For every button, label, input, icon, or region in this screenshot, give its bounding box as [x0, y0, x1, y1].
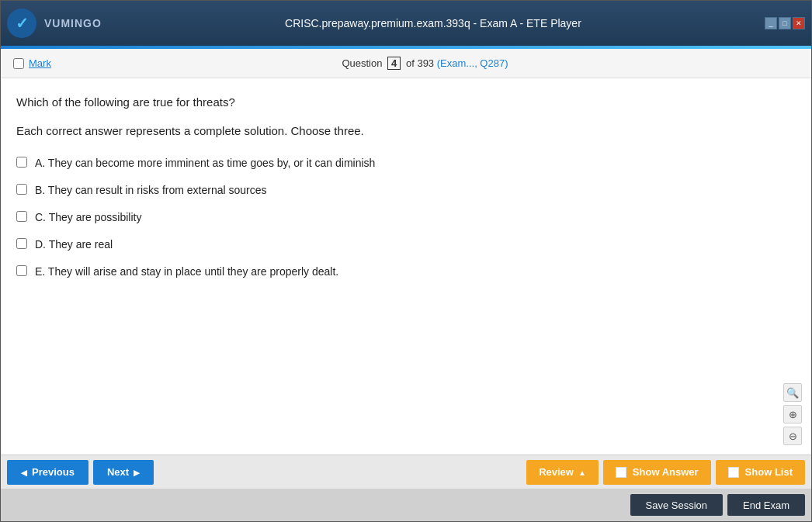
show-list-button[interactable]: Show List [716, 460, 805, 485]
end-exam-button[interactable]: End Exam [727, 494, 805, 516]
option-b-text: B. They can result in risks from externa… [35, 182, 267, 199]
answer-option-a: A. They can become more imminent as time… [16, 155, 796, 171]
current-question-number: 4 [387, 57, 401, 70]
zoom-in-button[interactable]: ⊕ [783, 405, 802, 423]
app-window: ✓ VUMINGO CRISC.prepaway.premium.exam.39… [0, 0, 812, 522]
option-d-text: D. They are real [35, 237, 113, 253]
bottom-toolbar: Previous Next Review Show Answer Show Li… [1, 455, 811, 489]
exam-ref: (Exam..., Q287) [437, 57, 508, 69]
show-answer-button[interactable]: Show Answer [603, 460, 711, 485]
mark-link[interactable]: Mark [29, 57, 51, 69]
show-answer-checkbox-icon [616, 467, 626, 478]
save-session-button[interactable]: Save Session [630, 494, 724, 516]
answer-option-e: E. They will arise and stay in place unt… [16, 264, 796, 280]
answer-option-b: B. They can result in risks from externa… [16, 182, 796, 199]
previous-label: Previous [32, 466, 75, 478]
zoom-controls: 🔍 ⊕ ⊖ [783, 383, 802, 445]
of-label: of [406, 57, 417, 69]
search-zoom-button[interactable]: 🔍 [783, 383, 802, 402]
logo-check-icon: ✓ [16, 14, 29, 33]
show-answer-label: Show Answer [633, 466, 699, 478]
question-header: Mark Question 4 of 393 (Exam..., Q287) [1, 49, 811, 78]
show-list-label: Show List [745, 466, 793, 478]
action-row: Save Session End Exam [1, 489, 811, 521]
review-label: Review [539, 466, 574, 478]
question-text: Which of the following are true for thre… [16, 94, 796, 112]
mark-checkbox[interactable] [13, 58, 24, 69]
title-bar: ✓ VUMINGO CRISC.prepaway.premium.exam.39… [1, 1, 811, 46]
checkbox-c[interactable] [16, 211, 27, 222]
previous-button[interactable]: Previous [7, 460, 88, 485]
next-label: Next [107, 466, 129, 478]
save-session-label: Save Session [646, 500, 708, 511]
maximize-button[interactable]: □ [779, 17, 791, 29]
total-questions: 393 [417, 57, 434, 69]
previous-icon [21, 466, 27, 478]
option-e-text: E. They will arise and stay in place unt… [35, 264, 338, 280]
next-button[interactable]: Next [93, 460, 154, 485]
minimize-button[interactable]: _ [765, 17, 777, 29]
close-button[interactable]: ✕ [793, 17, 805, 29]
logo-text: VUMINGO [44, 17, 102, 29]
zoom-out-button[interactable]: ⊖ [783, 427, 802, 445]
mark-container: Mark [13, 57, 51, 69]
checkbox-e[interactable] [16, 265, 27, 276]
option-c-text: C. They are possibility [35, 209, 141, 226]
question-instruction: Each correct answer represents a complet… [16, 123, 796, 140]
window-controls: _ □ ✕ [765, 17, 805, 29]
logo: ✓ [7, 9, 36, 38]
review-chevron-icon [578, 466, 586, 478]
window-title: CRISC.prepaway.premium.exam.393q - Exam … [102, 17, 765, 29]
next-icon [134, 466, 140, 478]
option-a-text: A. They can become more imminent as time… [35, 155, 375, 171]
answer-option-c: C. They are possibility [16, 209, 796, 226]
content-area: Which of the following are true for thre… [1, 78, 811, 455]
show-list-checkbox-icon [728, 467, 739, 478]
question-number-display: Question 4 of 393 (Exam..., Q287) [51, 57, 799, 70]
end-exam-label: End Exam [743, 500, 789, 511]
answer-option-d: D. They are real [16, 237, 796, 253]
review-button[interactable]: Review [526, 460, 599, 485]
title-bar-left: ✓ VUMINGO [7, 9, 102, 38]
question-label: Question [342, 57, 382, 69]
checkbox-d[interactable] [16, 238, 27, 249]
checkbox-b[interactable] [16, 184, 27, 195]
checkbox-a[interactable] [16, 157, 27, 168]
